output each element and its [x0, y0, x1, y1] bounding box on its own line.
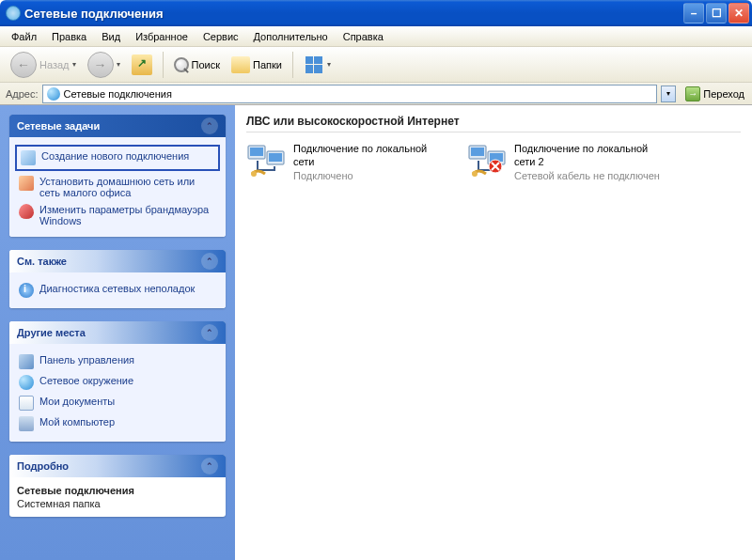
search-icon	[174, 57, 189, 72]
place-network-neighborhood[interactable]: Сетевое окружение	[17, 372, 218, 393]
panel-network-tasks: Сетевые задачи ⌃ Создание нового подключ…	[9, 115, 226, 237]
address-icon	[47, 87, 60, 101]
panel-details: Подробно ⌃ Сетевые подключения Системная…	[9, 455, 226, 517]
up-folder-icon	[132, 54, 152, 75]
back-label: Назад	[39, 59, 70, 70]
go-button[interactable]: → Переход	[680, 85, 750, 103]
go-label: Переход	[703, 88, 744, 100]
address-label: Адрес:	[6, 88, 39, 100]
task-network-diagnostics[interactable]: Диагностика сетевых неполадок	[17, 280, 218, 301]
control-panel-icon	[19, 354, 34, 369]
panel-other-places: Другие места ⌃ Панель управления Сетевое…	[9, 321, 226, 442]
task-setup-home-network[interactable]: Установить домашнюю сеть или сеть малого…	[17, 173, 218, 201]
address-value: Сетевые подключения	[64, 88, 653, 100]
minimize-button[interactable]: –	[683, 3, 704, 23]
svg-rect-3	[269, 153, 282, 162]
views-dropdown-icon: ▾	[327, 60, 331, 69]
panel-see-also: См. также ⌃ Диагностика сетевых неполадо…	[9, 250, 226, 308]
menu-edit[interactable]: Правка	[44, 28, 94, 45]
lan-connection-icon	[467, 142, 509, 179]
folders-label: Папки	[253, 59, 282, 70]
computer-icon	[19, 416, 34, 431]
details-type: Системная папка	[17, 498, 218, 509]
search-button[interactable]: Поиск	[169, 54, 225, 75]
up-button[interactable]	[127, 52, 157, 78]
lan-connection-icon	[246, 142, 288, 179]
go-icon: →	[685, 86, 700, 101]
svg-rect-6	[471, 148, 484, 156]
place-control-panel[interactable]: Панель управления	[17, 351, 218, 372]
menu-bar: Файл Правка Вид Избранное Сервис Дополни…	[0, 26, 752, 47]
network-places-icon	[19, 375, 34, 390]
back-icon: ←	[10, 52, 37, 78]
task-firewall-settings[interactable]: Изменить параметры брандмауэра Windows	[17, 201, 218, 229]
toolbar: ← Назад ▾ → ▾ Поиск Папки ▾	[0, 47, 752, 83]
forward-button[interactable]: → ▾	[83, 49, 125, 81]
address-input[interactable]: Сетевые подключения	[42, 85, 658, 103]
address-dropdown[interactable]: ▾	[661, 86, 676, 102]
menu-help[interactable]: Справка	[336, 28, 391, 45]
views-button[interactable]: ▾	[299, 52, 336, 78]
connection-item-0[interactable]: Подключение по локальной сетиПодключено	[246, 142, 448, 182]
network-setup-icon	[19, 176, 34, 191]
address-bar: Адрес: Сетевые подключения ▾ → Переход	[0, 83, 752, 105]
collapse-icon: ⌃	[201, 117, 218, 134]
sidebar: Сетевые задачи ⌃ Создание нового подключ…	[0, 105, 235, 560]
documents-icon	[19, 396, 34, 411]
views-icon	[304, 54, 324, 75]
search-label: Поиск	[192, 59, 220, 70]
menu-view[interactable]: Вид	[94, 28, 128, 45]
connection-status: Сетевой кабель не подключен	[514, 169, 669, 182]
info-icon	[19, 283, 34, 298]
svg-point-9	[472, 171, 478, 177]
folders-button[interactable]: Папки	[227, 54, 287, 76]
toolbar-separator-2	[292, 52, 293, 78]
maximize-button[interactable]: ☐	[706, 3, 727, 23]
connection-name: Подключение по локальной сети 2	[514, 142, 669, 169]
panel-header-network-tasks[interactable]: Сетевые задачи ⌃	[9, 115, 226, 137]
panel-header-see-also[interactable]: См. также ⌃	[9, 250, 226, 272]
shield-icon	[19, 204, 34, 219]
connection-item-1[interactable]: Подключение по локальной сети 2Сетевой к…	[467, 142, 669, 182]
collapse-icon: ⌃	[201, 458, 218, 474]
place-my-computer[interactable]: Мой компьютер	[17, 413, 218, 434]
forward-dropdown-icon: ▾	[117, 60, 120, 69]
close-button[interactable]: ✕	[728, 3, 749, 23]
window-title: Сетевые подключения	[24, 7, 683, 21]
toolbar-separator	[163, 52, 164, 78]
connection-status: Подключено	[293, 169, 448, 182]
task-new-connection[interactable]: Создание нового подключения	[15, 145, 220, 171]
section-header: ЛВС или высокоскоростной Интернет	[246, 115, 741, 132]
details-title: Сетевые подключения	[17, 485, 218, 496]
svg-point-4	[251, 171, 257, 177]
panel-header-other-places[interactable]: Другие места ⌃	[9, 321, 226, 344]
back-button[interactable]: ← Назад ▾	[6, 49, 81, 81]
place-my-documents[interactable]: Мои документы	[17, 393, 218, 413]
panel-header-details[interactable]: Подробно ⌃	[9, 455, 226, 477]
menu-advanced[interactable]: Дополнительно	[246, 28, 336, 45]
folder-icon	[231, 56, 250, 73]
app-icon	[6, 6, 21, 21]
back-dropdown-icon: ▾	[72, 60, 76, 69]
connection-name: Подключение по локальной сети	[293, 142, 448, 169]
menu-tools[interactable]: Сервис	[196, 28, 246, 45]
svg-rect-1	[250, 148, 263, 156]
wizard-icon	[21, 150, 36, 165]
menu-favorites[interactable]: Избранное	[128, 28, 196, 45]
collapse-icon: ⌃	[201, 324, 218, 341]
forward-icon: →	[87, 52, 114, 78]
title-bar: Сетевые подключения – ☐ ✕	[0, 0, 752, 26]
menu-file[interactable]: Файл	[4, 28, 44, 45]
collapse-icon: ⌃	[201, 253, 218, 270]
main-content: ЛВС или высокоскоростной Интернет Подклю…	[235, 105, 752, 560]
